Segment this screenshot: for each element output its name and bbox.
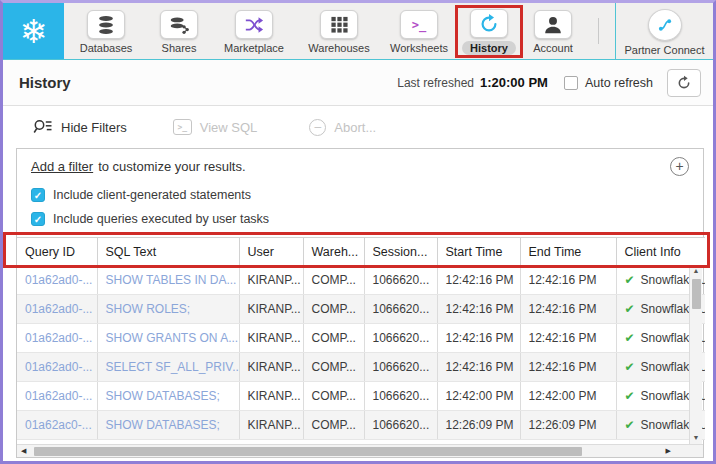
nav-label-partner-connect: Partner Connect: [624, 44, 704, 56]
plus-icon: +: [675, 159, 683, 173]
query-id-link[interactable]: 01a62ad0-...: [17, 382, 97, 411]
query-id-link[interactable]: 01a62ad0-...: [17, 266, 97, 295]
nav-label-warehouses: Warehouses: [308, 42, 369, 54]
horizontal-scroll-thumb[interactable]: [34, 447, 582, 456]
start-time-cell: 12:42:00 PM: [437, 382, 520, 411]
page-title: History: [19, 74, 71, 91]
hide-filters-button[interactable]: Hide Filters: [33, 119, 127, 135]
col-header-user[interactable]: User: [239, 238, 303, 266]
user-cell: KIRANP...: [239, 353, 303, 382]
checkmark-icon: ✓: [34, 214, 42, 225]
nav-item-warehouses[interactable]: Warehouses: [298, 3, 380, 59]
client-generated-checkbox[interactable]: ✓: [31, 188, 45, 202]
success-check-icon: ✔: [625, 273, 635, 287]
col-header-client-info[interactable]: Client Info: [616, 238, 705, 266]
sql-text-link[interactable]: SHOW DATABASES;: [97, 411, 239, 440]
warehouse-cell: COMP...: [303, 353, 364, 382]
warehouse-cell: COMP...: [303, 295, 364, 324]
nav-item-history[interactable]: History: [458, 3, 520, 59]
sql-text-link[interactable]: SHOW ROLES;: [97, 295, 239, 324]
add-filter-link[interactable]: Add a filter: [31, 159, 93, 174]
view-sql-icon: >_: [173, 119, 192, 135]
hide-filters-label: Hide Filters: [61, 120, 127, 135]
worksheets-icon: >_: [400, 10, 438, 39]
table-row: 01a62ad0-... SHOW TABLES IN DA... KIRANP…: [17, 266, 705, 295]
query-id-link[interactable]: 01a62ac0-...: [17, 411, 97, 440]
warehouse-cell: COMP...: [303, 266, 364, 295]
warehouse-cell: COMP...: [303, 324, 364, 353]
add-filter-suffix: to customize your results.: [98, 159, 245, 174]
success-check-icon: ✔: [625, 302, 635, 316]
snowflake-icon: ❄: [20, 15, 48, 48]
end-time-cell: 12:42:16 PM: [520, 266, 616, 295]
col-header-start-time[interactable]: Start Time: [437, 238, 520, 266]
sql-text-link[interactable]: SHOW DATABASES;: [97, 382, 239, 411]
add-filter-plus-button[interactable]: +: [670, 157, 689, 176]
user-tasks-label: Include queries executed by user tasks: [53, 212, 269, 226]
auto-refresh-label: Auto refresh: [585, 76, 653, 90]
nav-item-shares[interactable]: Shares: [148, 3, 210, 59]
nav-item-partner-connect[interactable]: Partner Connect: [616, 3, 713, 59]
snowflake-app-window: ❄ Databases Shares: [0, 0, 716, 464]
table-header-row: Query ID SQL Text User Wareh... Session.…: [17, 238, 705, 266]
table-row: 01a62ad0-... SHOW DATABASES; KIRANP... C…: [17, 382, 705, 411]
abort-icon: –: [309, 119, 326, 136]
end-time-cell: 12:42:16 PM: [520, 353, 616, 382]
user-cell: KIRANP...: [239, 382, 303, 411]
sql-text-link[interactable]: SELECT SF_ALL_PRIV...: [97, 353, 239, 382]
user-tasks-checkbox[interactable]: ✓: [31, 212, 45, 226]
start-time-cell: 12:42:16 PM: [437, 295, 520, 324]
success-check-icon: ✔: [625, 389, 635, 403]
sql-text-link[interactable]: SHOW GRANTS ON A...: [97, 324, 239, 353]
end-time-cell: 12:42:16 PM: [520, 324, 616, 353]
abort-label: Abort...: [334, 120, 376, 135]
filter-checkbox-row-2: ✓ Include queries executed by user tasks: [17, 207, 703, 231]
start-time-cell: 12:26:09 PM: [437, 411, 520, 440]
last-refreshed-time: 1:20:00 PM: [480, 75, 548, 90]
shares-icon: [160, 10, 198, 39]
view-sql-button[interactable]: >_ View SQL: [173, 119, 258, 135]
nav-item-databases[interactable]: Databases: [64, 3, 148, 59]
nav-divider: [598, 18, 599, 44]
session-cell: 1066620...: [364, 295, 437, 324]
scroll-up-icon[interactable]: ▲: [693, 265, 700, 277]
snowflake-logo[interactable]: ❄: [3, 3, 64, 59]
session-cell: 1066620...: [364, 324, 437, 353]
query-id-link[interactable]: 01a62ad0-...: [17, 324, 97, 353]
start-time-cell: 12:42:16 PM: [437, 324, 520, 353]
nav-label-shares: Shares: [162, 42, 197, 54]
vertical-scrollbar[interactable]: ▲ ▼: [689, 265, 702, 444]
table-row: 01a62ad0-... SELECT SF_ALL_PRIV... KIRAN…: [17, 353, 705, 382]
col-header-session[interactable]: Session...: [364, 238, 437, 266]
scroll-down-icon[interactable]: ▼: [693, 432, 700, 444]
marketplace-icon: [235, 10, 273, 39]
nav-label-account: Account: [533, 42, 573, 54]
nav-item-account[interactable]: Account: [520, 3, 586, 59]
col-header-warehouse[interactable]: Wareh...: [303, 238, 364, 266]
col-header-query-id[interactable]: Query ID: [17, 238, 97, 266]
account-icon: [534, 10, 572, 39]
scroll-left-icon[interactable]: ◀: [21, 447, 26, 455]
start-time-cell: 12:42:16 PM: [437, 266, 520, 295]
refresh-button[interactable]: [667, 69, 701, 97]
nav-item-worksheets[interactable]: >_ Worksheets: [380, 3, 458, 59]
auto-refresh-checkbox[interactable]: [564, 76, 578, 90]
col-header-end-time[interactable]: End Time: [520, 238, 616, 266]
abort-button[interactable]: – Abort...: [309, 119, 376, 136]
query-id-link[interactable]: 01a62ad0-...: [17, 295, 97, 324]
vertical-scroll-thumb[interactable]: [692, 279, 701, 309]
col-header-sql-text[interactable]: SQL Text: [97, 238, 239, 266]
sql-text-link[interactable]: SHOW TABLES IN DA...: [97, 266, 239, 295]
end-time-cell: 12:26:09 PM: [520, 411, 616, 440]
results-panel: Add a filter to customize your results. …: [16, 148, 704, 458]
horizontal-scrollbar[interactable]: ◀ ▶: [17, 444, 703, 457]
scroll-right-icon[interactable]: ▶: [666, 447, 671, 455]
query-id-link[interactable]: 01a62ad0-...: [17, 353, 97, 382]
end-time-cell: 12:42:16 PM: [520, 295, 616, 324]
nav-label-history: History: [462, 41, 516, 55]
nav-item-marketplace[interactable]: Marketplace: [210, 3, 298, 59]
user-cell: KIRANP...: [239, 411, 303, 440]
table-row: 01a62ad0-... SHOW GRANTS ON A... KIRANP.…: [17, 324, 705, 353]
nav-label-databases: Databases: [80, 42, 133, 54]
filter-search-icon: [33, 119, 53, 135]
